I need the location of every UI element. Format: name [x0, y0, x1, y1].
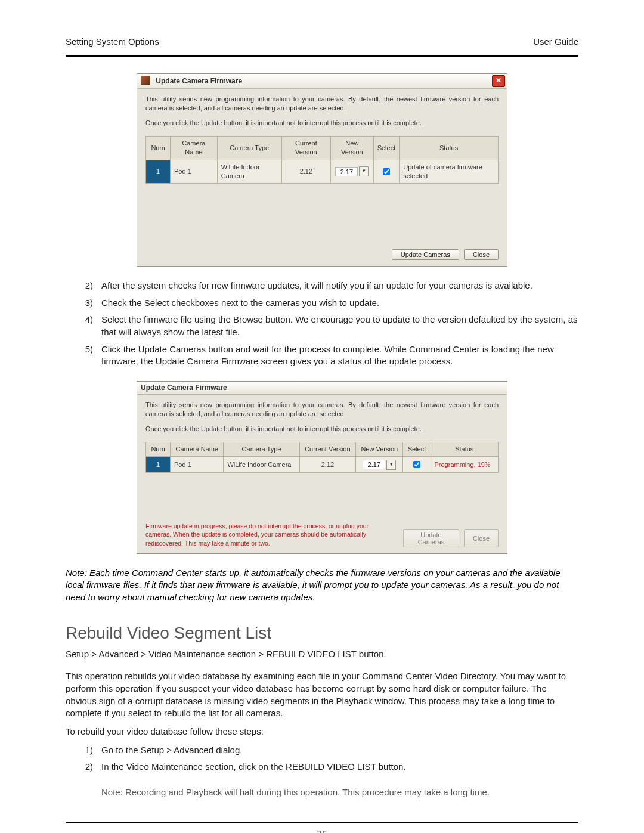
select-checkbox[interactable] — [383, 168, 390, 175]
close-button[interactable]: Close — [464, 249, 499, 260]
step-number: 1) — [66, 744, 101, 757]
col-type: Camera Type — [217, 137, 281, 160]
cell-new: ▾ — [356, 457, 403, 473]
header-left: Setting System Options — [66, 36, 159, 48]
section-lead: To rebuild your video database follow th… — [66, 726, 578, 738]
app-icon — [141, 76, 150, 85]
step-number: 2) — [66, 280, 101, 292]
col-status: Status — [400, 137, 499, 160]
dialog-description: This utility sends new programming infor… — [145, 401, 499, 419]
select-checkbox[interactable] — [413, 461, 420, 468]
col-cur: Current Version — [299, 442, 356, 457]
cell-num: 1 — [146, 457, 171, 473]
col-status: Status — [431, 442, 499, 457]
step-number: 2) — [66, 761, 101, 773]
footer-rule — [66, 822, 578, 823]
cell-num: 1 — [146, 160, 171, 183]
step-text: Check the Select checkboxes next to the … — [101, 297, 578, 309]
step-number: 5) — [66, 343, 101, 368]
new-version-input[interactable] — [363, 460, 385, 469]
dialog-titlebar[interactable]: Update Camera Firmware — [137, 382, 507, 395]
col-select: Select — [373, 137, 400, 160]
path-link-advanced: Advanced — [98, 649, 138, 659]
startup-note: Note: Each time Command Center starts up… — [66, 567, 578, 604]
update-firmware-dialog-2: Update Camera Firmware This utility send… — [137, 381, 507, 554]
setup-path: Setup > Advanced > Video Maintenance sec… — [66, 648, 578, 661]
col-new: New Version — [331, 137, 374, 160]
dialog-description: This utility sends new programming infor… — [145, 95, 499, 113]
dialog-title: Update Camera Firmware — [141, 383, 227, 393]
dialog-title: Update Camera Firmware — [156, 77, 242, 85]
step-text: Click the Update Cameras button and wait… — [101, 343, 578, 368]
table-row[interactable]: 1 Pod 1 WiLife Indoor Camera 2.12 ▾ Upda… — [146, 160, 499, 183]
cell-name: Pod 1 — [171, 160, 218, 183]
step-text: After the system checks for new firmware… — [101, 280, 578, 292]
cell-type: WiLife Indoor Camera — [224, 457, 299, 473]
cell-status: Programming, 19% — [431, 457, 499, 473]
step-number: 3) — [66, 297, 101, 309]
step-text: Select the firmware file using the Brows… — [101, 314, 578, 338]
section-heading-rebuild: Rebuild Video Segment List — [66, 622, 578, 645]
firmware-warning: Firmware update in progress, please do n… — [145, 522, 396, 547]
dialog-description-2: Once you click the Update button, it is … — [145, 119, 499, 128]
col-new: New Version — [356, 442, 403, 457]
cell-type: WiLife Indoor Camera — [217, 160, 281, 183]
list-item: 2) In the Video Maintenance section, cli… — [66, 761, 578, 773]
dialog-titlebar[interactable]: Update Camera Firmware ✕ — [137, 74, 507, 89]
update-cameras-button[interactable]: Update Cameras — [392, 249, 459, 260]
path-part: > Video Maintenance section > REBUILD VI… — [138, 649, 386, 659]
cell-select — [403, 457, 431, 473]
col-select: Select — [403, 442, 431, 457]
instruction-list-1: 2) After the system checks for new firmw… — [66, 280, 578, 368]
close-icon[interactable]: ✕ — [492, 75, 505, 87]
list-item: 5) Click the Update Cameras button and w… — [66, 343, 578, 368]
col-type: Camera Type — [224, 442, 299, 457]
cell-cur: 2.12 — [281, 160, 330, 183]
path-part: Setup > — [66, 649, 98, 659]
update-cameras-button: Update Cameras — [403, 529, 459, 547]
chevron-down-icon[interactable]: ▾ — [386, 460, 396, 470]
camera-table: Num Camera Name Camera Type Current Vers… — [145, 136, 499, 184]
new-version-input[interactable] — [335, 167, 358, 176]
list-item: 1) Go to the Setup > Advanced dialog. — [66, 744, 578, 757]
col-name: Camera Name — [171, 137, 218, 160]
list-item: 2) After the system checks for new firmw… — [66, 280, 578, 292]
cell-new: ▾ — [331, 160, 374, 183]
col-cur: Current Version — [281, 137, 330, 160]
col-num: Num — [146, 442, 171, 457]
close-button: Close — [464, 529, 499, 547]
step-text: In the Video Maintenance section, click … — [101, 761, 578, 773]
camera-table: Num Camera Name Camera Type Current Vers… — [145, 442, 499, 473]
list-item: 4) Select the firmware file using the Br… — [66, 314, 578, 338]
update-firmware-dialog-1: Update Camera Firmware ✕ This utility se… — [137, 73, 507, 267]
instruction-list-2: 1) Go to the Setup > Advanced dialog. 2)… — [66, 744, 578, 773]
table-row[interactable]: 1 Pod 1 WiLife Indoor Camera 2.12 ▾ Prog… — [146, 457, 499, 473]
header-right: User Guide — [533, 36, 578, 48]
page-number: 75 — [66, 828, 578, 833]
col-num: Num — [146, 137, 171, 160]
section-paragraph: This operation rebuilds your video datab… — [66, 670, 578, 720]
operation-note: Note: Recording and Playback will halt d… — [101, 786, 578, 799]
list-item: 3) Check the Select checkboxes next to t… — [66, 297, 578, 309]
cell-cur: 2.12 — [299, 457, 356, 473]
cell-name: Pod 1 — [171, 457, 224, 473]
header-rule — [66, 55, 578, 57]
step-number: 4) — [66, 314, 101, 338]
col-name: Camera Name — [171, 442, 224, 457]
cell-select — [373, 160, 400, 183]
cell-status: Update of camera firmware selected — [400, 160, 499, 183]
chevron-down-icon[interactable]: ▾ — [359, 166, 369, 176]
dialog-description-2: Once you click the Update button, it is … — [145, 425, 499, 433]
step-text: Go to the Setup > Advanced dialog. — [101, 744, 578, 757]
